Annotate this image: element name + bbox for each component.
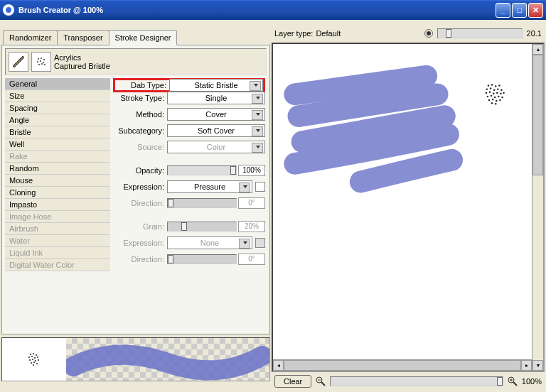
bottom-bar: Clear 100% bbox=[272, 372, 545, 391]
tab-stroke-designer[interactable]: Stroke Designer bbox=[109, 30, 178, 45]
svg-point-43 bbox=[501, 97, 503, 98]
scroll-left-button[interactable]: ◂ bbox=[273, 360, 284, 371]
tab-transposer[interactable]: Transposer bbox=[57, 30, 109, 45]
grain-slider bbox=[167, 222, 237, 232]
direction2-slider bbox=[167, 254, 237, 264]
tab-bar: Randomizer Transposer Stroke Designer bbox=[3, 30, 270, 45]
zoom-slider[interactable] bbox=[330, 376, 503, 386]
zoom-in-icon[interactable] bbox=[508, 376, 518, 386]
svg-point-13 bbox=[31, 356, 33, 357]
category-bristle[interactable]: Bristle bbox=[5, 126, 110, 138]
category-spacing[interactable]: Spacing bbox=[5, 102, 110, 114]
brush-size-slider[interactable] bbox=[437, 28, 523, 38]
svg-point-34 bbox=[489, 91, 491, 92]
svg-point-8 bbox=[44, 64, 46, 65]
svg-line-51 bbox=[321, 382, 325, 386]
opacity-value[interactable]: 100% bbox=[238, 165, 265, 176]
expression2-invert-checkbox bbox=[255, 238, 265, 248]
grain-value: 20% bbox=[238, 221, 265, 232]
dab-type-label: Dab Type: bbox=[115, 81, 169, 89]
svg-point-27 bbox=[498, 85, 500, 86]
layer-type-value: Default bbox=[316, 29, 341, 38]
layer-radio[interactable] bbox=[424, 29, 433, 38]
category-rake: Rake bbox=[5, 151, 110, 163]
scroll-thumb-h[interactable] bbox=[284, 360, 521, 371]
svg-point-46 bbox=[496, 100, 497, 102]
scroll-right-button[interactable]: ▸ bbox=[521, 360, 532, 371]
category-general[interactable]: General bbox=[5, 78, 110, 90]
clear-button[interactable]: Clear bbox=[274, 375, 311, 388]
svg-point-44 bbox=[488, 99, 490, 101]
subcategory-dropdown[interactable]: Soft Cover bbox=[167, 124, 265, 137]
svg-point-32 bbox=[500, 89, 502, 90]
grain-label: Grain: bbox=[113, 222, 167, 231]
svg-point-47 bbox=[499, 99, 500, 101]
svg-point-12 bbox=[28, 356, 30, 358]
horizontal-scrollbar[interactable]: ◂ ▸ bbox=[273, 359, 532, 371]
svg-point-2 bbox=[43, 59, 45, 60]
svg-point-19 bbox=[38, 359, 39, 361]
brush-category-label: Acrylics bbox=[54, 53, 263, 62]
preview-strip bbox=[1, 337, 270, 381]
method-dropdown[interactable]: Cover bbox=[167, 108, 265, 121]
svg-point-16 bbox=[29, 359, 31, 361]
svg-point-22 bbox=[36, 363, 38, 364]
minimize-button[interactable]: _ bbox=[496, 3, 510, 18]
stroke-type-label: Stroke Type: bbox=[113, 94, 167, 102]
svg-point-6 bbox=[38, 64, 40, 65]
category-random[interactable]: Random bbox=[5, 163, 110, 175]
source-dropdown: Color bbox=[167, 141, 265, 153]
svg-point-17 bbox=[32, 359, 33, 360]
zoom-value: 100% bbox=[522, 377, 542, 386]
category-cloning[interactable]: Cloning bbox=[5, 187, 110, 199]
svg-point-14 bbox=[34, 357, 36, 359]
tab-randomizer[interactable]: Randomizer bbox=[3, 30, 58, 45]
svg-point-35 bbox=[493, 93, 494, 94]
category-well[interactable]: Well bbox=[5, 138, 110, 151]
svg-point-36 bbox=[496, 92, 498, 94]
titlebar: Brush Creator @ 100% _ □ ✕ bbox=[0, 0, 546, 20]
svg-point-10 bbox=[33, 353, 34, 354]
svg-point-39 bbox=[487, 96, 488, 97]
svg-point-23 bbox=[33, 364, 34, 366]
dab-type-dropdown[interactable]: Static Bristle bbox=[169, 79, 263, 92]
direction2-label: Direction: bbox=[113, 255, 167, 263]
opacity-label: Opacity: bbox=[113, 166, 167, 175]
category-impasto[interactable]: Impasto bbox=[5, 199, 110, 211]
dab-preview bbox=[2, 338, 66, 381]
svg-point-15 bbox=[37, 356, 38, 358]
expression-invert-checkbox[interactable] bbox=[255, 182, 265, 192]
category-size[interactable]: Size bbox=[5, 90, 110, 102]
category-mouse[interactable]: Mouse bbox=[5, 175, 110, 187]
svg-point-3 bbox=[37, 61, 38, 62]
brush-category-icon[interactable] bbox=[9, 52, 28, 72]
opacity-slider[interactable] bbox=[167, 165, 237, 175]
svg-point-21 bbox=[33, 361, 35, 363]
scroll-down-button[interactable]: ▾ bbox=[532, 360, 543, 371]
category-angle[interactable]: Angle bbox=[5, 114, 110, 126]
zoom-out-icon[interactable] bbox=[316, 376, 326, 386]
close-button[interactable]: ✕ bbox=[528, 3, 543, 18]
subcategory-label: Subcategory: bbox=[113, 126, 167, 135]
direction2-value: 0° bbox=[238, 254, 265, 265]
app-icon bbox=[3, 4, 14, 16]
svg-point-9 bbox=[30, 354, 31, 355]
preview-canvas[interactable]: ▴ ▾ ◂ ▸ bbox=[272, 43, 545, 372]
svg-point-7 bbox=[41, 63, 43, 65]
scroll-up-button[interactable]: ▴ bbox=[532, 44, 543, 55]
svg-line-54 bbox=[513, 382, 517, 386]
maximize-button[interactable]: □ bbox=[512, 3, 527, 18]
stroke-type-dropdown[interactable]: Single bbox=[167, 92, 265, 104]
svg-point-31 bbox=[497, 88, 498, 89]
scroll-thumb-v[interactable] bbox=[532, 55, 543, 175]
vertical-scrollbar[interactable]: ▴ ▾ bbox=[532, 44, 543, 371]
svg-point-20 bbox=[31, 362, 32, 364]
tab-content: Acrylics Captured Bristle General Size S… bbox=[1, 45, 270, 334]
settings-panel: Dab Type: Static Bristle Stroke Type:Sin… bbox=[112, 78, 267, 330]
svg-point-45 bbox=[492, 99, 493, 100]
brush-variant-icon[interactable] bbox=[31, 52, 51, 72]
svg-point-33 bbox=[486, 92, 487, 94]
svg-point-42 bbox=[498, 96, 499, 97]
expression-dropdown[interactable]: Pressure bbox=[167, 180, 252, 193]
expression2-dropdown: None bbox=[167, 236, 252, 249]
